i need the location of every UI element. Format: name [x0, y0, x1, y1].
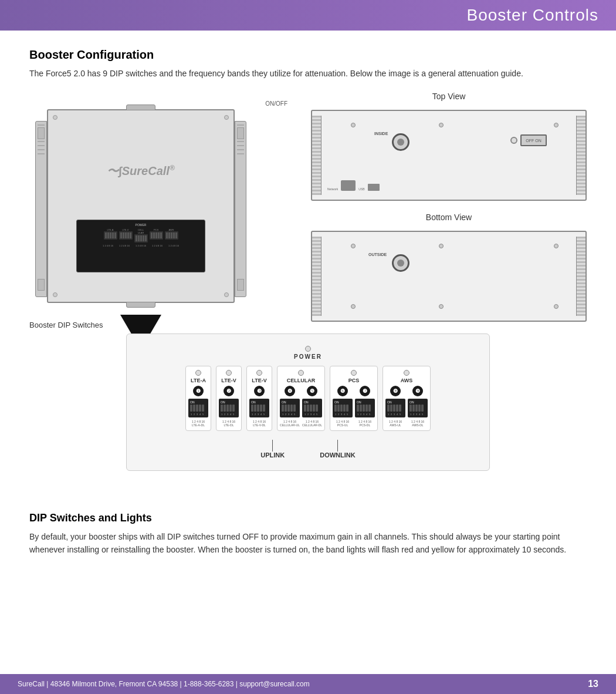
- surecall-logo: 〜∫SureCall®: [107, 164, 174, 177]
- pcs-led: [351, 370, 357, 376]
- dip-block-4: ON 12345: [280, 399, 300, 417]
- dip-block-1: ON 12345: [188, 399, 208, 417]
- dip-block-9: ON 12345: [408, 399, 428, 417]
- switch-col-3: ❸ ON 12345 1 2 4 8 16LTE-V-DL: [249, 386, 269, 427]
- band-groups: LTE-A ❶ ON: [144, 366, 472, 431]
- switch-col-5: ❺ ON 12345 1 2 4 8 16CELLULAR-DL: [302, 386, 322, 427]
- band-group-pcs: PCS ❻ ON 12345: [330, 366, 378, 431]
- section1-title: Booster Configuration: [29, 48, 587, 62]
- dip-expanded-diagram: POWER LTE-A ❶ ON: [126, 333, 490, 471]
- uplink-group: UPLINK: [260, 440, 285, 459]
- booster-right-panel: Top View INSIDE Network: [311, 92, 587, 322]
- dip-sw: [190, 405, 192, 412]
- pcs-label: PCS: [348, 378, 360, 383]
- dip-sw: [193, 405, 195, 412]
- switch-col-7: ❼ ON 12345 1 2 4 8 16PCS-DL: [355, 386, 375, 427]
- freq-label-6: 1 2 4 8 16PCS-UL: [336, 420, 349, 427]
- band-group-ltev2: LTE-V ❸ ON 12345 1 2 4 8 16LTE-V: [246, 366, 272, 431]
- bottom-view-label: Bottom View: [311, 213, 587, 222]
- freq-label-4: 1 2 4 8 16CELLULAR-UL: [280, 420, 300, 427]
- band-group-ltev: LTE-V ❷ ON 12345 1 2 4 8 16LTE-D: [216, 366, 242, 431]
- switch-num-2: ❷: [224, 386, 234, 396]
- ltev2-led: [256, 370, 262, 376]
- cellular-led: [298, 370, 304, 376]
- downlink-line: [337, 440, 338, 452]
- cellular-switch-pair: ❹ ON 12345 1 2 4 8 16CELLULAR-UL: [280, 386, 322, 427]
- booster-left-panel: ON/OFF: [29, 92, 299, 322]
- power-indicator: POWER: [144, 346, 472, 360]
- freq-label-2: 1 2 4 8 16LTE-DL: [222, 420, 235, 427]
- ltev-led: [226, 370, 232, 376]
- switch-num-7: ❼: [360, 386, 370, 396]
- ltea-led: [195, 370, 201, 376]
- switch-num-3: ❸: [254, 386, 265, 396]
- band-group-ltea: LTE-A ❶ ON: [185, 366, 211, 431]
- dip-block-5: ON 12345: [302, 399, 322, 417]
- switch-col-4: ❹ ON 12345 1 2 4 8 16CELLULAR-UL: [280, 386, 300, 427]
- inside-label: INSIDE: [374, 132, 388, 136]
- freq-label-1: 1 2 4 8 16LTE-A-DL: [192, 420, 205, 427]
- uplink-downlink-labels: UPLINK DOWNLINK: [144, 440, 472, 459]
- freq-label-5: 1 2 4 8 16CELLULAR-DL: [302, 420, 322, 427]
- switch-num-8: ❽: [390, 386, 401, 396]
- dip-switches-label: Booster DIP Switches: [29, 321, 103, 329]
- ltea-label: LTE-A: [191, 378, 206, 383]
- main-content: Booster Configuration The Force5 2.0 has…: [0, 31, 616, 483]
- freq-label-9: 1 2 4 8 16AWS-DL: [411, 420, 424, 427]
- aws-switch-pair: ❽ ON 12345 1 2 4 8 16AWS-UL: [385, 386, 428, 427]
- switch-num-1: ❶: [193, 386, 204, 396]
- expanded-dip-wrapper: POWER LTE-A ❶ ON: [29, 333, 587, 471]
- cellular-label: CELLULAR: [287, 378, 316, 383]
- freq-label-3: 1 2 4 8 16LTE-V-DL: [253, 420, 266, 427]
- section2-desc: By default, your booster ships with all …: [29, 530, 587, 557]
- downlink-group: DOWNLINK: [320, 440, 356, 459]
- dip-block-2: ON 12345: [219, 399, 239, 417]
- aws-led: [404, 370, 409, 376]
- downlink-label: DOWNLINK: [320, 452, 356, 459]
- uplink-label: UPLINK: [260, 452, 285, 459]
- pcs-switch-pair: ❻ ON 12345 1 2 4 8 16PCS-UL: [333, 386, 375, 427]
- dip-block-6: ON 12345: [333, 399, 353, 417]
- diagram-area: ON/OFF: [29, 92, 587, 322]
- switch-col-2: ❷ ON 12345 1 2 4 8 16LTE-DL: [219, 386, 239, 427]
- ltev2-label: LTE-V: [252, 378, 266, 383]
- band-group-aws: AWS ❽ ON 12345: [383, 366, 431, 431]
- page-title: Booster Controls: [466, 6, 598, 24]
- outside-label: OUTSIDE: [368, 252, 387, 257]
- switch-num-9: ❾: [412, 386, 423, 396]
- footer-page-number: 13: [588, 679, 598, 689]
- dip-sw: [196, 405, 198, 412]
- switch-num-4: ❹: [285, 386, 295, 396]
- footer-company-info: SureCall | 48346 Milmont Drive, Fremont …: [18, 680, 310, 688]
- band-group-cellular: CELLULAR ❹ ON 12345: [277, 366, 325, 431]
- freq-label-7: 1 2 4 8 16PCS-DL: [358, 420, 371, 427]
- switch-col-6: ❻ ON 12345 1 2 4 8 16PCS-UL: [333, 386, 353, 427]
- power-led: [305, 346, 311, 352]
- switch-num-5: ❺: [307, 386, 317, 396]
- switch-col-9: ❾ ON 12345 1 2 4 8 16AWS-DL: [408, 386, 428, 427]
- section2: DIP Switches and Lights By default, your…: [0, 500, 616, 568]
- switch-col-1: ❶ ON 12345: [188, 386, 208, 427]
- ltev-label: LTE-V: [221, 378, 236, 383]
- page-footer: SureCall | 48346 Milmont Drive, Fremont …: [0, 674, 616, 694]
- switch-col-8: ❽ ON 12345 1 2 4 8 16AWS-UL: [385, 386, 405, 427]
- page-header: Booster Controls: [0, 0, 616, 31]
- section1-desc: The Force5 2.0 has 9 DIP switches and th…: [29, 68, 587, 80]
- dip-block-3: ON 12345: [249, 399, 269, 417]
- power-label: POWER: [294, 353, 322, 360]
- dip-block-7: ON 12345: [355, 399, 375, 417]
- switch-num-6: ❻: [337, 386, 348, 396]
- dip-sw: [202, 405, 204, 412]
- dip-sw: [199, 405, 201, 412]
- aws-label: AWS: [401, 378, 413, 383]
- freq-label-8: 1 2 4 8 16AWS-UL: [389, 420, 402, 427]
- section2-title: DIP Switches and Lights: [29, 512, 587, 524]
- dip-block-8: ON 12345: [385, 399, 405, 417]
- onoff-label: ON/OFF: [265, 100, 287, 107]
- uplink-line: [272, 440, 273, 452]
- top-view-label: Top View: [311, 92, 587, 101]
